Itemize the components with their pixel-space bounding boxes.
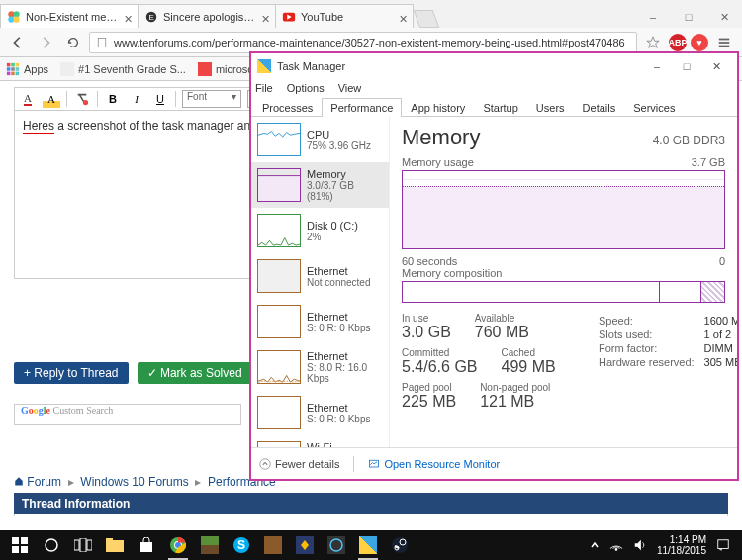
fewer-details-button[interactable]: Fewer details <box>259 458 339 470</box>
close-button[interactable]: ✕ <box>706 6 742 28</box>
sidebar-ethernet[interactable]: EthernetS: 0 R: 0 Kbps <box>251 390 389 435</box>
apps-shortcut[interactable]: Apps <box>6 62 48 76</box>
app-icon[interactable] <box>321 530 352 560</box>
highlight-icon[interactable]: A <box>43 90 60 108</box>
steam-icon[interactable] <box>384 530 416 560</box>
maximize-button[interactable]: □ <box>672 56 701 76</box>
svg-point-0 <box>8 11 14 17</box>
editor-text: a screenshot of the task manager and <box>54 119 257 133</box>
minecraft-icon[interactable] <box>194 530 226 560</box>
tab-performance[interactable]: Performance <box>322 98 402 117</box>
close-button[interactable]: ✕ <box>701 56 731 76</box>
sidebar-ethernet[interactable]: EthernetS: 8.0 R: 16.0 Kbps <box>251 344 389 390</box>
italic-button[interactable]: I <box>128 90 145 108</box>
store-icon[interactable] <box>131 530 162 560</box>
tab-app-history[interactable]: App history <box>402 98 474 117</box>
volume-icon[interactable] <box>633 538 647 552</box>
svg-rect-20 <box>60 62 74 76</box>
tab-startup[interactable]: Startup <box>474 98 526 117</box>
tab-close-icon[interactable]: ✕ <box>399 13 407 21</box>
menu-options[interactable]: Options <box>287 82 325 94</box>
tab-bbc[interactable]: E Sincere apologises to Bar ✕ <box>138 4 276 28</box>
minimize-button[interactable]: – <box>635 6 671 28</box>
minimize-button[interactable]: – <box>642 56 672 76</box>
bookmark-item[interactable]: #1 Seventh Grade S... <box>60 62 186 76</box>
star-icon[interactable] <box>641 31 665 54</box>
sidebar-memory[interactable]: Memory3.0/3.7 GB (81%) <box>251 162 389 208</box>
paged-label: Paged pool <box>402 382 456 393</box>
font-color-icon[interactable]: A <box>19 90 37 108</box>
nonpaged-label: Non-paged pool <box>480 382 550 393</box>
tm-footer: Fewer details Open Resource Monitor <box>251 447 737 479</box>
kv-key: Hardware reserved: <box>599 356 702 368</box>
paged-value: 225 MB <box>402 393 456 411</box>
notifications-icon[interactable] <box>716 538 730 552</box>
kv-val: 305 MB <box>704 356 737 368</box>
sidebar-ethernet[interactable]: EthernetNot connected <box>251 253 389 299</box>
sidebar-disk[interactable]: Disk 0 (C:)2% <box>251 208 389 253</box>
new-tab-button[interactable] <box>414 10 440 28</box>
abp-extension-icon[interactable]: ABP <box>669 34 687 51</box>
ethernet-sparkline <box>257 259 301 293</box>
file-explorer-icon[interactable] <box>99 530 131 560</box>
nonpaged-value: 121 MB <box>480 393 550 411</box>
crumb-link[interactable]: Windows 10 Forums <box>80 475 188 489</box>
task-view-icon[interactable] <box>67 530 99 560</box>
tab-close-icon[interactable]: ✕ <box>261 13 269 21</box>
font-select[interactable]: Font ▾ <box>182 90 241 108</box>
extension-icon[interactable]: ♥ <box>691 34 708 51</box>
forward-button[interactable] <box>34 31 57 54</box>
google-custom-search[interactable]: Google Custom Search <box>14 404 241 425</box>
chrome-icon[interactable] <box>162 530 194 560</box>
kv-key: Form factor: <box>599 342 702 354</box>
tab-tenforums[interactable]: Non-Existent memory be ✕ <box>0 4 139 28</box>
tab-close-icon[interactable]: ✕ <box>124 13 132 21</box>
mark-solved-button[interactable]: ✓ Mark as Solved <box>138 362 252 384</box>
app-icon[interactable] <box>257 530 289 560</box>
open-resource-monitor-link[interactable]: Open Resource Monitor <box>368 458 500 470</box>
sidebar-wifi[interactable]: Wi-FiS: 16.0 R: 16.0 Kbps <box>251 435 389 447</box>
menu-file[interactable]: File <box>255 82 273 94</box>
reply-button[interactable]: + Reply to Thread <box>14 362 129 384</box>
item-title: Disk 0 (C:) <box>307 220 358 232</box>
task-manager-window: Task Manager – □ ✕ File Options View Pro… <box>249 51 739 481</box>
underline-button[interactable]: U <box>151 90 169 108</box>
start-button[interactable] <box>4 530 36 560</box>
bold-button[interactable]: B <box>104 90 122 108</box>
tm-titlebar[interactable]: Task Manager – □ ✕ <box>251 53 737 79</box>
tab-processes[interactable]: Processes <box>253 98 322 117</box>
task-manager-taskbar-icon[interactable] <box>352 530 384 560</box>
tray-chevron-icon[interactable] <box>590 540 600 550</box>
network-icon[interactable] <box>609 538 623 552</box>
tab-services[interactable]: Services <box>624 98 684 117</box>
reload-button[interactable] <box>61 31 85 54</box>
sidebar-ethernet[interactable]: EthernetS: 0 R: 0 Kbps <box>251 299 389 344</box>
window-controls: – □ ✕ <box>635 6 742 28</box>
skype-icon[interactable]: S <box>226 530 257 560</box>
crumb-link[interactable]: Forum <box>27 475 61 489</box>
cortana-icon[interactable] <box>36 530 67 560</box>
chrome-menu-icon[interactable] <box>712 31 736 54</box>
svg-rect-29 <box>12 537 19 544</box>
item-title: Ethernet <box>307 350 383 362</box>
back-button[interactable] <box>6 31 30 54</box>
tab-details[interactable]: Details <box>574 98 625 117</box>
sidebar-cpu[interactable]: CPU75% 3.96 GHz <box>251 117 389 162</box>
x-right: 0 <box>719 255 725 267</box>
address-bar[interactable]: www.tenforums.com/performance-maintenanc… <box>89 32 637 53</box>
clear-format-icon[interactable] <box>73 90 91 108</box>
maximize-button[interactable]: □ <box>671 6 706 28</box>
svg-rect-19 <box>16 71 20 75</box>
menu-view[interactable]: View <box>338 82 362 94</box>
stats-col-1: In use3.0 GB Available760 MB Committed5.… <box>402 313 597 417</box>
item-title: Memory <box>307 168 383 180</box>
tm-sidebar: CPU75% 3.96 GHz Memory3.0/3.7 GB (81%) D… <box>251 117 390 447</box>
tm-body: CPU75% 3.96 GHz Memory3.0/3.7 GB (81%) D… <box>251 117 737 447</box>
svg-rect-16 <box>16 67 20 71</box>
tab-users[interactable]: Users <box>527 98 574 117</box>
taskbar-clock[interactable]: 1:14 PM 11/18/2015 <box>657 534 706 556</box>
app-icon[interactable] <box>289 530 321 560</box>
youtube-favicon <box>282 10 296 24</box>
tab-youtube[interactable]: YouTube ✕ <box>275 4 414 28</box>
svg-point-1 <box>14 11 20 17</box>
